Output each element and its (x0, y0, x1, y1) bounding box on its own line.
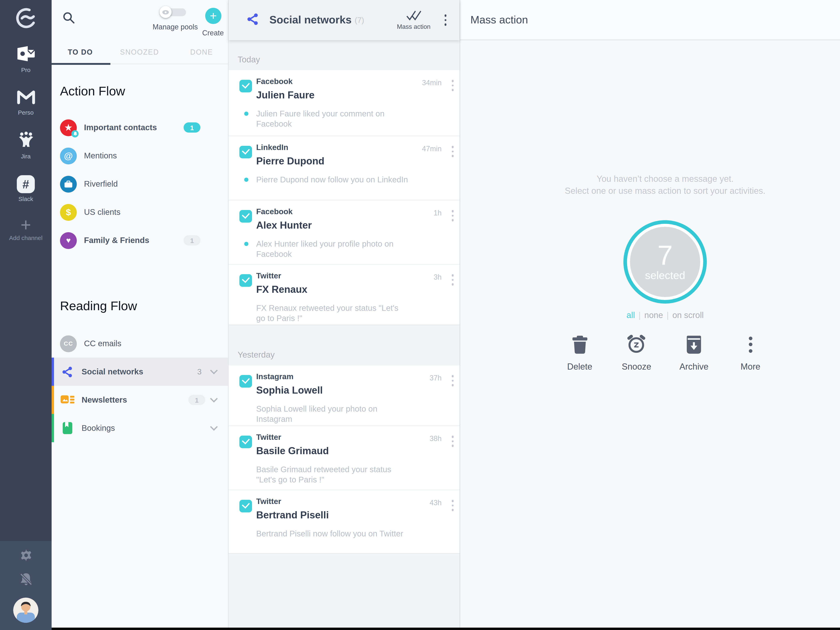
select-none-link[interactable]: none (644, 310, 663, 320)
message-scroll-area[interactable]: Today Facebook Julien Faure Julien Faure… (229, 40, 459, 630)
share-icon (245, 12, 260, 28)
message-summary: FX Renaux retweeted your status "Let's g… (256, 303, 409, 324)
message-row[interactable]: Facebook Alex Hunter Alex Hunter liked y… (229, 200, 459, 264)
message-service: Facebook (256, 207, 409, 216)
user-avatar[interactable] (13, 598, 38, 623)
sidebar-channel-outlook[interactable]: Pro (17, 46, 35, 73)
bookings-color-bar (52, 414, 54, 442)
archive-button[interactable]: Archive (679, 333, 708, 371)
message-summary: Bertrand Piselli now follow you on Twitt… (256, 529, 403, 539)
message-summary: Sophia Lowell liked your photo on Instag… (256, 404, 409, 424)
flow-item-newsletters[interactable]: Newsletters 1 (52, 386, 228, 414)
action-label: Snooze (622, 362, 651, 371)
flow-item-us-clients[interactable]: $ US clients (52, 198, 228, 226)
message-menu-dots-icon[interactable] (449, 371, 456, 390)
settings-gear-icon[interactable] (19, 548, 33, 565)
create-button[interactable]: + (205, 8, 221, 24)
message-time: 34min (422, 79, 442, 87)
chevron-down-icon[interactable] (210, 395, 218, 402)
flow-item-social-networks[interactable]: Social networks 3 (52, 358, 228, 386)
message-menu-dots-icon[interactable] (449, 142, 456, 161)
channel-label: Pro (21, 66, 31, 73)
action-flow-title: Action Flow (60, 84, 125, 98)
delete-button[interactable]: Delete (566, 333, 594, 371)
sidebar-channel-jira[interactable]: Jira (17, 131, 35, 159)
unread-dot (244, 242, 248, 246)
message-checkbox[interactable] (239, 80, 252, 92)
message-summary: Julien Faure liked your comment on Faceb… (256, 109, 409, 129)
snooze-button[interactable]: Snooze (622, 333, 651, 371)
message-summary: Pierre Dupond now follow you on LinkedIn (256, 175, 408, 185)
message-checkbox[interactable] (239, 436, 252, 448)
flow-item-mentions[interactable]: @ Mentions (52, 142, 228, 170)
select-on-scroll-link[interactable]: on scroll (673, 310, 704, 320)
sidebar-channel-slack[interactable]: # Slack (17, 175, 35, 202)
message-menu-dots-icon[interactable] (449, 432, 456, 450)
flow-item-riverfield[interactable]: Riverfield (52, 170, 228, 198)
tab-snoozed[interactable]: SNOOZED (120, 48, 159, 57)
add-channel-button[interactable]: + Add channel (9, 218, 43, 241)
manage-pools-toggle[interactable] (163, 8, 186, 16)
more-button[interactable]: More (737, 333, 764, 371)
flow-tabs: TO DO SNOOZED DONE (52, 39, 228, 63)
bottom-bar (52, 628, 840, 630)
message-row[interactable]: Twitter Bertrand Piselli Bertrand Pisell… (229, 489, 459, 553)
message-checkbox[interactable] (239, 146, 252, 158)
briefcase-icon (60, 175, 77, 193)
channel-sidebar: Pro Perso Jira (0, 0, 52, 630)
message-row[interactable]: Twitter FX Renaux FX Renaux retweeted yo… (229, 264, 459, 325)
message-time: 37h (429, 374, 442, 382)
chevron-down-icon[interactable] (210, 423, 218, 430)
message-menu-dots-icon[interactable] (449, 271, 456, 289)
message-service: Facebook (256, 77, 409, 86)
message-contact: Sophia Lowell (256, 385, 409, 396)
group-header-yesterday: Yesterday (229, 325, 459, 365)
sidebar-channel-gmail[interactable]: Perso (17, 89, 35, 116)
message-checkbox[interactable] (239, 274, 252, 287)
message-row[interactable]: Facebook Julien Faure Julien Faure liked… (229, 70, 459, 136)
message-time: 47min (422, 145, 442, 153)
message-menu-dots-icon[interactable] (449, 207, 456, 225)
message-contact: FX Renaux (256, 284, 409, 295)
tab-done[interactable]: DONE (190, 48, 213, 57)
notifications-muted-bell-icon[interactable] (18, 572, 33, 589)
selection-options: all|none|on scroll (490, 310, 840, 320)
message-contact: Basile Grimaud (256, 445, 409, 456)
more-dots-icon (748, 333, 752, 354)
selected-counter: 7 selected (490, 220, 840, 303)
message-time: 1h (434, 209, 442, 217)
message-menu-dots-icon[interactable] (449, 76, 456, 95)
message-contact: Julien Faure (256, 89, 409, 101)
message-checkbox[interactable] (239, 500, 252, 512)
flows-panel: Manage pools + Create TO DO SNOOZED DONE… (52, 0, 229, 630)
message-checkbox[interactable] (239, 375, 252, 388)
message-row[interactable]: LinkedIn Pierre Dupond Pierre Dupond now… (229, 136, 459, 200)
empty-state-message: You haven’t choose a message yet. Select… (490, 173, 840, 197)
cc-emails-icon: CC (60, 335, 77, 352)
flow-item-family-friends[interactable]: ♥ Family & Friends 1 (52, 226, 228, 254)
flow-item-label: CC emails (84, 339, 216, 348)
reading-flow-list: CC CC emails Social networks 3 (52, 329, 228, 442)
flow-item-cc-emails[interactable]: CC CC emails (52, 329, 228, 358)
select-all-link[interactable]: all (627, 310, 635, 320)
search-icon[interactable] (62, 11, 75, 27)
message-menu-dots-icon[interactable] (449, 496, 456, 515)
flow-item-important-contacts[interactable]: ★ Important contacts 1 (52, 114, 228, 142)
unread-count: 3 (197, 367, 202, 376)
flow-item-bookings[interactable]: Bookings (52, 414, 228, 442)
app-window: Pro Perso Jira (0, 0, 840, 630)
book-icon (60, 422, 74, 434)
message-row[interactable]: Twitter Basile Grimaud Basile Grimaud re… (229, 425, 459, 489)
message-checkbox[interactable] (239, 210, 252, 223)
tab-todo[interactable]: TO DO (68, 48, 93, 57)
detail-header: Mass action (460, 0, 840, 40)
mass-action-button[interactable]: Mass action (392, 10, 436, 30)
social-networks-color-bar (52, 358, 54, 386)
message-row[interactable]: Instagram Sophia Lowell Sophia Lowell li… (229, 365, 459, 425)
action-flow-list: ★ Important contacts 1 @ Mentions (52, 114, 228, 254)
message-contact: Alex Hunter (256, 219, 409, 231)
list-menu-dots-icon[interactable] (442, 11, 449, 29)
channel-label: Perso (18, 109, 33, 116)
message-time: 3h (434, 273, 442, 281)
chevron-down-icon[interactable] (210, 366, 218, 374)
